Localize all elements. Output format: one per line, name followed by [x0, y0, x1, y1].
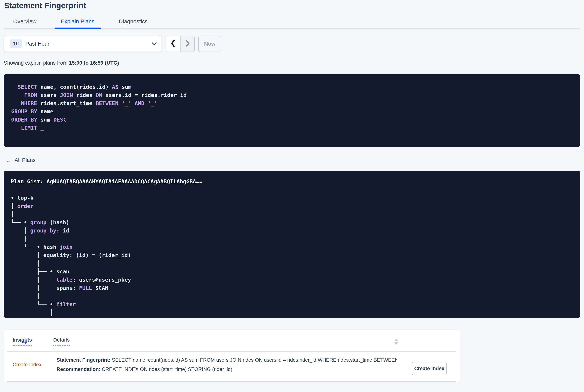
plan-gist-block: Plan Gist: AgHUAQIABQAAAAHYAQIAiAEAAAADC… [4, 171, 580, 318]
tab-bar: Overview Explain Plans Diagnostics [4, 18, 580, 29]
sort-toggle-insights[interactable] [24, 338, 27, 344]
recommendation-label: Recommendation: [56, 366, 100, 372]
tab-overview[interactable]: Overview [7, 18, 43, 28]
recommendation-value: CREATE INDEX ON rides (start_time) STORI… [100, 366, 234, 372]
insight-type-link[interactable]: Create Index [13, 362, 56, 368]
all-plans-label: All Plans [14, 157, 35, 163]
insight-details-cell: Statement Fingerprint: SELECT name, coun… [56, 357, 451, 372]
tab-diagnostics[interactable]: Diagnostics [113, 18, 154, 28]
table-row: Create Index Statement Fingerprint: SELE… [4, 352, 460, 381]
recommendation-line: Recommendation: CREATE INDEX ON rides (s… [56, 366, 397, 372]
insights-column-header[interactable]: Insights [13, 337, 32, 346]
section-divider [4, 150, 580, 150]
chevron-right-icon [185, 39, 190, 48]
statement-fingerprint-line: Statement Fingerprint: SELECT name, coun… [56, 357, 397, 363]
showing-range-value: 15:00 to 16:59 (UTC) [69, 60, 119, 66]
statement-fingerprint-page: Statement Fingerprint Overview Explain P… [0, 1, 584, 382]
time-window-stepper [166, 36, 195, 52]
details-column-header-cell: Details [53, 337, 70, 346]
sql-statement-block: SELECT name, count(rides.id) AS sum FROM… [4, 74, 580, 147]
arrow-left-icon: ← [5, 158, 11, 163]
statement-fingerprint-label: Statement Fingerprint: [56, 357, 110, 363]
insights-column-header-cell: Insights [13, 337, 56, 346]
page-title: Statement Fingerprint [4, 1, 580, 10]
sort-asc-icon [394, 338, 398, 341]
insights-table-header: Insights Details [4, 330, 460, 351]
all-plans-link[interactable]: ← All Plans [5, 157, 35, 163]
sort-asc-icon [24, 338, 27, 340]
now-button[interactable]: Now [198, 36, 221, 52]
chevron-left-icon [170, 39, 176, 48]
sort-desc-icon [394, 342, 398, 345]
previous-window-button[interactable] [166, 36, 180, 52]
time-range-bar: 1h Past Hour Now [4, 36, 580, 52]
sort-desc-icon [24, 342, 27, 344]
showing-prefix: Showing explain plans from [4, 60, 69, 66]
sort-toggle-details[interactable] [394, 338, 398, 345]
time-range-label: Past Hour [25, 41, 49, 47]
insights-table-card: Insights Details Create Index Statement … [4, 330, 460, 382]
tab-explain-plans[interactable]: Explain Plans [54, 18, 101, 28]
time-range-select[interactable]: 1h Past Hour [4, 36, 162, 52]
showing-range-text: Showing explain plans from 15:00 to 16:5… [4, 60, 580, 66]
time-range-badge: 1h [10, 40, 22, 48]
next-window-button[interactable] [180, 36, 194, 52]
table-row-divider [7, 381, 456, 382]
details-column-header[interactable]: Details [53, 337, 70, 346]
chevron-down-icon [151, 42, 157, 46]
create-index-button[interactable]: Create Index [412, 362, 447, 375]
statement-fingerprint-value: SELECT name, count(rides.id) AS sum FROM… [110, 357, 397, 363]
